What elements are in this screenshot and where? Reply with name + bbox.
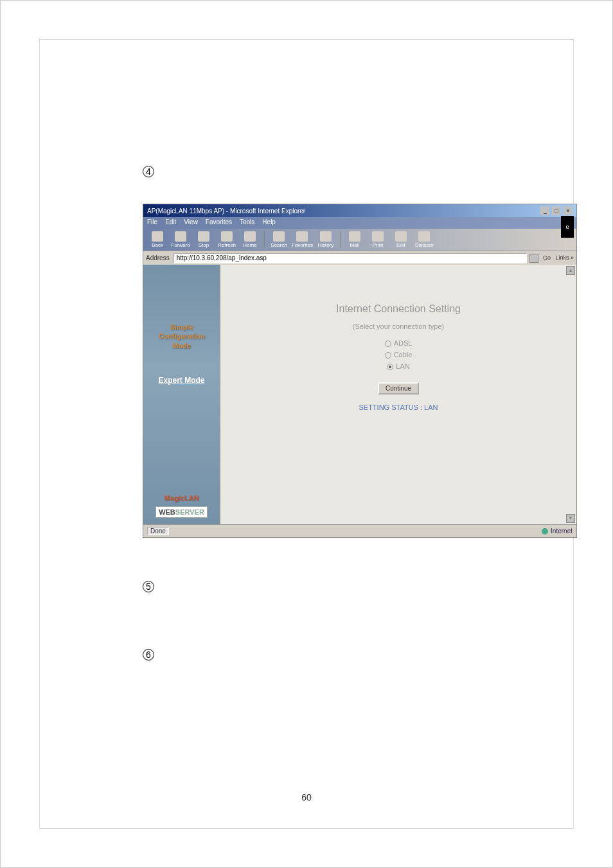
links-button[interactable]: Links » — [555, 254, 574, 261]
sidebar-expert-mode[interactable]: Expert Mode — [158, 376, 204, 385]
back-icon — [152, 231, 163, 242]
home-button[interactable]: Home — [240, 231, 260, 248]
simple-line1: Simple — [158, 323, 204, 332]
menu-favorites[interactable]: Favorites — [206, 218, 232, 227]
continue-button[interactable]: Continue — [378, 382, 419, 394]
refresh-icon — [221, 231, 233, 242]
step-label-6: 6 — [143, 649, 154, 660]
print-button[interactable]: Print — [368, 231, 388, 248]
step-label-4: 4 — [143, 166, 154, 177]
address-bar: Address Go Links » — [143, 251, 576, 265]
scroll-up-button[interactable]: ▲ — [566, 266, 575, 275]
browser-content: Simple Configuration Mode Expert Mode Ma… — [143, 265, 576, 524]
discuss-icon — [418, 231, 430, 242]
window-title: AP(MagicLAN 11Mbps AP) - Microsoft Inter… — [147, 208, 305, 215]
menu-tools[interactable]: Tools — [240, 218, 254, 227]
discuss-button[interactable]: Discuss — [414, 231, 434, 248]
refresh-button[interactable]: Refresh — [217, 231, 237, 248]
scroll-down-button[interactable]: ▼ — [566, 514, 575, 523]
stop-icon — [198, 231, 209, 242]
sidebar-simple-mode[interactable]: Simple Configuration Mode — [158, 323, 204, 350]
edit-icon — [395, 231, 407, 242]
radio-cable[interactable]: Cable — [385, 351, 413, 359]
sidebar: Simple Configuration Mode Expert Mode Ma… — [143, 265, 220, 524]
status-done: Done — [147, 527, 169, 535]
home-icon — [244, 231, 256, 242]
internet-zone-icon — [542, 528, 548, 535]
page-subtitle: (Select your connection type) — [233, 323, 564, 330]
radio-lan[interactable]: LAN — [387, 362, 409, 370]
main-panel: ▲ Internet Connection Setting (Select yo… — [220, 265, 576, 524]
print-icon — [372, 231, 384, 242]
stop-button[interactable]: Stop — [193, 231, 214, 248]
forward-icon — [175, 231, 186, 242]
connection-type-group: ADSL Cable LAN — [233, 339, 564, 370]
page-title: Internet Connection Setting — [233, 303, 564, 315]
address-label: Address — [146, 254, 170, 261]
favorites-button[interactable]: Favorites — [292, 231, 313, 248]
favorites-icon — [296, 231, 308, 242]
history-button[interactable]: History — [315, 231, 336, 248]
search-button[interactable]: Search — [269, 231, 289, 248]
edit-button[interactable]: Edit — [391, 231, 411, 248]
minimize-button[interactable]: _ — [540, 206, 549, 215]
setting-status: SETTING STATUS : LAN — [233, 403, 564, 411]
close-button[interactable]: × — [564, 206, 573, 215]
forward-button[interactable]: Forward — [170, 231, 191, 248]
menu-file[interactable]: File — [147, 218, 157, 227]
simple-line2: Configuration — [158, 332, 204, 341]
simple-line3: Mode — [158, 341, 204, 350]
ie-logo-icon: e — [561, 216, 574, 238]
go-button[interactable]: Go — [543, 254, 551, 261]
menu-edit[interactable]: Edit — [165, 218, 176, 227]
menubar: File Edit View Favorites Tools Help e — [143, 217, 576, 229]
address-input[interactable] — [173, 253, 528, 263]
mail-icon — [349, 231, 360, 242]
menu-view[interactable]: View — [184, 218, 198, 227]
history-icon — [320, 231, 332, 242]
status-zone: Internet — [551, 527, 573, 535]
back-button[interactable]: Back — [147, 231, 168, 248]
page-number: 60 — [301, 792, 312, 802]
maximize-button[interactable]: □ — [552, 206, 561, 215]
toolbar: Back Forward Stop Refresh Home Search Fa… — [143, 229, 576, 251]
mail-button[interactable]: Mail — [344, 231, 365, 248]
address-dropdown-icon[interactable] — [529, 254, 538, 263]
step-label-5: 5 — [143, 581, 154, 592]
window-titlebar: AP(MagicLAN 11Mbps AP) - Microsoft Inter… — [143, 204, 576, 217]
webserver-logo: WEBSERVER — [155, 506, 208, 518]
search-icon — [273, 231, 285, 242]
magiclan-label: MagicLAN — [143, 494, 220, 502]
menu-help[interactable]: Help — [262, 218, 276, 227]
ie-window: AP(MagicLAN 11Mbps AP) - Microsoft Inter… — [143, 204, 577, 538]
radio-adsl[interactable]: ADSL — [385, 339, 413, 347]
status-bar: Done Internet — [143, 524, 576, 537]
